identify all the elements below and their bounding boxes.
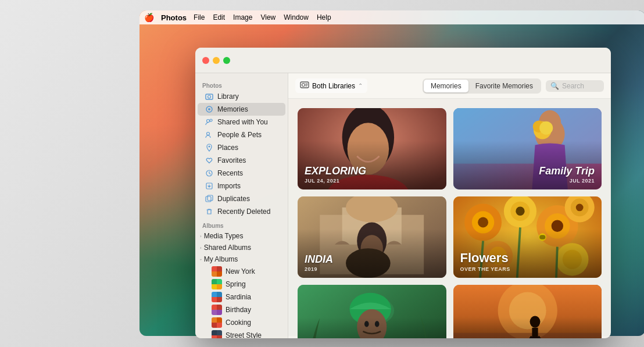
- svg-point-6: [207, 133, 210, 135]
- sidebar-album-sardinia[interactable]: Sardinia: [198, 291, 285, 303]
- sidebar-item-favorites[interactable]: Favorites: [198, 154, 285, 167]
- street-style-label: Street Style: [226, 331, 262, 338]
- exploring-subtitle: JUL 24, 2021: [305, 178, 366, 184]
- section-albums-label: Albums: [195, 218, 288, 230]
- birthday-label: Birthday: [226, 306, 251, 314]
- tab-group: Memories Favorite Memories: [423, 78, 541, 94]
- shared-icon: [205, 117, 214, 127]
- maximize-button[interactable]: [223, 57, 230, 64]
- sidebar-item-duplicates[interactable]: Duplicates: [198, 192, 285, 205]
- family-trip-subtitle: JUL 2021: [539, 178, 595, 184]
- menu-edit[interactable]: Edit: [213, 13, 225, 22]
- card-summer-overlay: [298, 285, 446, 338]
- library-label: Library: [217, 92, 239, 101]
- recently-deleted-label: Recently Deleted: [217, 208, 270, 216]
- duplicates-icon: [205, 194, 214, 203]
- imports-icon: [205, 181, 214, 191]
- window-content: Photos Library Memories: [195, 73, 611, 338]
- close-button[interactable]: [202, 57, 209, 64]
- memories-label: Memories: [217, 105, 248, 113]
- sidebar-album-birthday[interactable]: Birthday: [198, 303, 285, 316]
- memory-card-beach[interactable]: BEACH DAYS 2019: [453, 285, 602, 338]
- spring-label: Spring: [226, 280, 246, 288]
- shared-label: Shared with You: [217, 118, 268, 126]
- memory-card-exploring[interactable]: EXPLORING JUL 24, 2021: [298, 108, 446, 189]
- library-selector[interactable]: Both Libraries ⌃: [295, 78, 367, 93]
- title-bar: [195, 48, 611, 73]
- sidebar-item-recently-deleted[interactable]: Recently Deleted: [198, 205, 285, 218]
- menu-view[interactable]: View: [260, 13, 276, 22]
- sidebar-item-shared[interactable]: Shared with You: [198, 116, 285, 128]
- sidebar-group-my-albums[interactable]: › My Albums: [195, 253, 288, 265]
- library-chevron-icon: ⌃: [358, 83, 363, 89]
- cooking-label: Cooking: [226, 319, 251, 327]
- svg-point-1: [208, 95, 211, 98]
- svg-point-5: [210, 119, 212, 121]
- search-icon: 🔍: [550, 82, 559, 90]
- new-york-thumb: [212, 266, 222, 277]
- new-york-label: New York: [226, 267, 255, 276]
- menu-window[interactable]: Window: [284, 13, 309, 22]
- favorites-icon: [205, 156, 214, 165]
- apple-logo-icon[interactable]: 🍎: [144, 13, 154, 22]
- sidebar-item-imports[interactable]: Imports: [198, 180, 285, 192]
- photos-window: Photos Library Memories: [195, 48, 611, 338]
- sidebar-album-spring[interactable]: Spring: [198, 278, 285, 291]
- svg-point-3: [208, 108, 210, 110]
- flowers-subtitle: OVER THE YEARS: [460, 266, 510, 272]
- svg-rect-11: [207, 195, 213, 201]
- birthday-thumb: [212, 305, 222, 315]
- menu-file[interactable]: File: [194, 13, 205, 22]
- tab-favorite-memories[interactable]: Favorite Memories: [468, 80, 540, 92]
- section-photos-label: Photos: [195, 78, 288, 90]
- sidebar-item-people-pets[interactable]: People & Pets: [198, 128, 285, 141]
- sidebar-item-memories[interactable]: Memories: [198, 103, 285, 116]
- memory-card-flowers[interactable]: Flowers OVER THE YEARS: [453, 196, 602, 278]
- street-style-thumb: [212, 330, 222, 338]
- toolbar: Both Libraries ⌃ Memories Favorite Memor…: [288, 73, 611, 99]
- minimize-button[interactable]: [213, 57, 220, 64]
- sidebar-album-new-york[interactable]: New York: [198, 265, 285, 278]
- traffic-lights: [202, 57, 230, 64]
- favorites-label: Favorites: [217, 156, 246, 164]
- india-title: INDIA: [305, 253, 333, 266]
- sidebar-album-street-style[interactable]: Street Style: [198, 329, 285, 338]
- memory-card-summer[interactable]: Summer 2017: [298, 285, 446, 338]
- memory-card-india[interactable]: INDIA 2019: [298, 196, 446, 278]
- main-area: Both Libraries ⌃ Memories Favorite Memor…: [288, 73, 611, 338]
- india-subtitle: 2019: [305, 266, 333, 272]
- sidebar-item-places[interactable]: Places: [198, 141, 285, 154]
- imports-label: Imports: [217, 182, 241, 190]
- library-selector-icon: [300, 81, 309, 91]
- sidebar-item-recents[interactable]: Recents: [198, 167, 285, 180]
- cooking-thumb: [212, 317, 222, 328]
- sidebar-item-library[interactable]: Library: [198, 90, 285, 103]
- svg-point-7: [209, 146, 210, 148]
- memory-card-family-trip[interactable]: Family Trip JUL 2021: [453, 108, 602, 189]
- sidebar-group-media-types[interactable]: › Media Types: [195, 230, 288, 242]
- search-box[interactable]: 🔍 Search: [546, 80, 604, 92]
- my-albums-label: My Albums: [204, 255, 238, 263]
- search-placeholder: Search: [562, 82, 584, 90]
- svg-point-13: [302, 84, 305, 87]
- library-selector-label: Both Libraries: [312, 82, 355, 90]
- sidebar: Photos Library Memories: [195, 73, 288, 338]
- family-trip-title: Family Trip: [539, 165, 595, 177]
- places-icon: [205, 143, 214, 152]
- chevron-down-icon: ›: [198, 259, 203, 260]
- menu-image[interactable]: Image: [233, 13, 252, 22]
- sidebar-group-shared-albums[interactable]: › Shared Albums: [195, 242, 288, 253]
- recents-label: Recents: [217, 169, 243, 177]
- chevron-right-icon: ›: [200, 234, 202, 239]
- people-pets-icon: [205, 130, 214, 139]
- menu-items: File Edit Image View Window Help: [194, 13, 331, 22]
- places-label: Places: [217, 144, 238, 152]
- library-icon: [205, 92, 214, 101]
- recents-icon: [205, 169, 214, 178]
- sidebar-album-cooking[interactable]: Cooking: [198, 316, 285, 329]
- tab-memories[interactable]: Memories: [424, 80, 468, 92]
- memories-icon: [205, 105, 214, 114]
- card-beach-overlay: [453, 285, 602, 338]
- menu-help[interactable]: Help: [317, 13, 331, 22]
- svg-rect-10: [206, 196, 211, 202]
